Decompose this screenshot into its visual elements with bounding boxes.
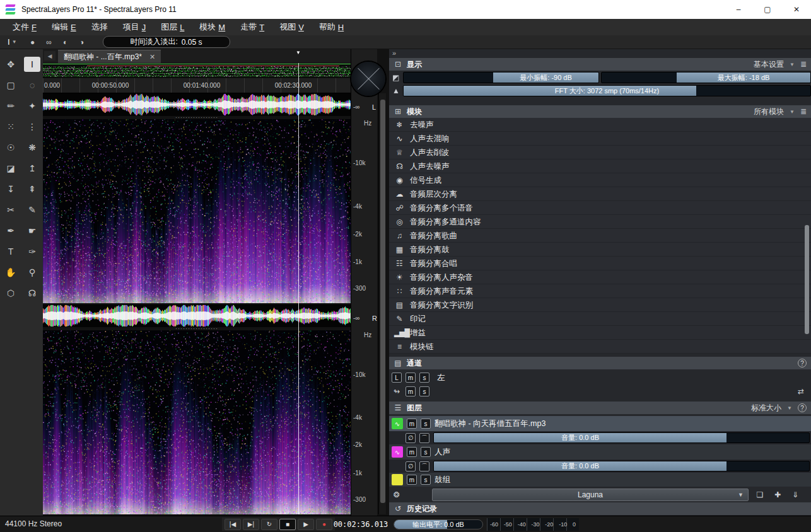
time-display[interactable]: 00:02:36.013 xyxy=(332,519,390,529)
subtract-selection-mode[interactable]: ◐ xyxy=(57,37,74,48)
layer-color-chip[interactable]: ∿ xyxy=(392,446,403,458)
monitor-tool[interactable]: ☊ xyxy=(24,286,40,301)
mute-button[interactable]: m xyxy=(405,386,416,396)
rectangular-selection-tool[interactable]: ▢ xyxy=(3,78,19,93)
minimize-button[interactable]: – xyxy=(724,0,753,19)
module-item[interactable]: ♫音频分离歌曲 xyxy=(389,229,811,243)
layer-row[interactable]: ∿ms翻唱歌神 - 向天再借五百年.mp3 xyxy=(389,416,811,431)
output-level-slider[interactable]: 输出电平: 0.0 dB xyxy=(394,519,483,529)
spectrogram-right[interactable] xyxy=(43,330,351,514)
module-item[interactable]: ❄去噪声 xyxy=(389,118,811,132)
layers-size-dropdown[interactable]: 标准大小 xyxy=(751,403,781,413)
layer-row[interactable]: ms鼓组 xyxy=(389,473,811,487)
preset-add-icon[interactable]: ✚ xyxy=(771,489,784,500)
module-item[interactable]: ♕人声去削波 xyxy=(389,146,811,159)
menu-transport[interactable]: 走带T xyxy=(233,19,272,35)
close-button[interactable]: ✕ xyxy=(782,0,811,19)
time-fade-field[interactable]: 时间淡入淡出: 0.05 s xyxy=(103,36,230,48)
volume-slider[interactable]: 音量: 0.0 dB xyxy=(433,461,810,471)
module-item[interactable]: ☍音频分离多个语音 xyxy=(389,201,811,215)
eraser-tool[interactable]: ◪ xyxy=(3,161,19,176)
tab-close-icon[interactable]: ✕ xyxy=(149,53,155,61)
scrollbar-thumb[interactable] xyxy=(380,100,385,503)
display-menu-icon[interactable]: ≣ xyxy=(800,60,807,69)
preset-download-icon[interactable]: ⇓ xyxy=(789,489,802,500)
dotted-selection-tool[interactable]: ⁙ xyxy=(3,119,19,134)
mute-button[interactable]: m xyxy=(405,373,416,383)
process-preset-dropdown[interactable]: Laguna ▼ xyxy=(432,489,749,501)
menu-project[interactable]: 项目J xyxy=(115,19,154,35)
help-icon[interactable]: ? xyxy=(798,403,807,412)
solo-button[interactable]: s xyxy=(421,419,431,429)
pen-tool[interactable]: ✒ xyxy=(3,223,19,238)
zoom-tool[interactable]: ⚲ xyxy=(24,265,40,280)
fft-size-slider[interactable]: FFT 大小: 3072 smp (70ms/14Hz) xyxy=(403,85,811,96)
menu-select[interactable]: 选择 xyxy=(84,19,115,35)
harmonics-selection-tool[interactable]: ❋ xyxy=(24,140,40,155)
modules-menu-icon[interactable]: ≣ xyxy=(800,107,807,116)
playhead-cursor[interactable] xyxy=(298,63,299,514)
cut-tool[interactable]: ✂ xyxy=(3,202,19,217)
phase-invert-button[interactable]: ∅ xyxy=(405,461,416,471)
record-button[interactable]: ● xyxy=(316,519,332,530)
panel-collapse-icon[interactable]: » xyxy=(392,49,396,57)
lift-tool[interactable]: ↥ xyxy=(24,161,40,176)
lasso-selection-tool[interactable]: ◌ xyxy=(24,78,40,93)
menu-file[interactable]: 文件F xyxy=(5,19,44,35)
modules-section-header[interactable]: ⊞ 模块 所有模块 ▼ ≣ xyxy=(389,105,811,118)
solo-button[interactable]: s xyxy=(421,447,431,457)
solo-button[interactable]: s xyxy=(419,373,429,383)
layers-section-header[interactable]: ☰ 图层 标准大小 ▼ ? xyxy=(389,402,811,414)
display-preset-dropdown[interactable]: 基本设置 xyxy=(754,59,784,70)
transform-tool[interactable]: ✥ xyxy=(3,57,19,72)
playhead-marker-icon[interactable]: ▼ xyxy=(296,50,301,55)
panel-scrollbar-thumb[interactable] xyxy=(805,225,809,334)
max-amplitude-slider[interactable]: 最大振幅: -18 dB xyxy=(601,72,811,83)
module-item[interactable]: ◉信号生成 xyxy=(389,173,811,187)
maximize-button[interactable]: ▢ xyxy=(753,0,782,19)
help-icon[interactable]: ? xyxy=(798,359,807,367)
module-item[interactable]: ∷音频分离声音元素 xyxy=(389,284,811,298)
modules-preset-dropdown[interactable]: 所有模块 xyxy=(754,107,784,117)
module-item[interactable]: ☊人声去噪声 xyxy=(389,159,811,173)
menu-modules[interactable]: 模块M xyxy=(192,19,233,35)
circular-selection-tool[interactable]: ☉ xyxy=(3,140,19,155)
new-selection-mode[interactable]: ● xyxy=(25,37,41,48)
solo-button[interactable]: s xyxy=(421,475,431,485)
layer-row[interactable]: ∿ms人声 xyxy=(389,444,811,460)
magic-wand-tool[interactable]: ✦ xyxy=(24,98,40,113)
time-ruler[interactable]: 0.00000:00:50.00000:01:40.00000:02:30.00… xyxy=(43,78,351,93)
drop-tool[interactable]: ↧ xyxy=(3,182,19,197)
loop-button[interactable]: ↻ xyxy=(261,519,277,530)
play-button[interactable]: ▶ xyxy=(298,519,314,530)
module-item[interactable]: ◎音频分离多通道内容 xyxy=(389,215,811,229)
spectrogram-left[interactable] xyxy=(43,119,351,303)
nudge-tool[interactable]: ☛ xyxy=(24,223,40,238)
io-icon[interactable]: ⇄ xyxy=(796,386,806,396)
mute-button[interactable]: m xyxy=(407,447,417,457)
extract-tool[interactable]: ⇞ xyxy=(24,182,40,197)
layer-color-chip[interactable] xyxy=(392,474,403,485)
envelope-button[interactable]: ⌒ xyxy=(419,461,429,471)
time-selection-tool[interactable]: I xyxy=(24,57,40,72)
brush-selection-tool[interactable]: ✏ xyxy=(3,98,19,113)
history-section-header[interactable]: ↺ 历史记录 xyxy=(389,502,811,515)
mute-button[interactable]: m xyxy=(407,475,417,485)
current-tool-selector[interactable]: I ▼ xyxy=(5,37,20,48)
spectrogram-scrollbar[interactable] xyxy=(378,93,386,514)
pencil-tool[interactable]: ✎ xyxy=(24,202,40,217)
min-amplitude-slider[interactable]: 最小振幅: -90 dB xyxy=(403,72,599,83)
module-item[interactable]: ✎印记 xyxy=(389,312,811,326)
dash-selection-tool[interactable]: ⋮ xyxy=(24,119,40,134)
preset-folder-icon[interactable]: ❏ xyxy=(754,489,766,500)
navigation-wheel[interactable] xyxy=(351,62,385,96)
menu-layer[interactable]: 图层L xyxy=(153,19,192,35)
3d-display-tool[interactable]: ⬡ xyxy=(3,286,19,301)
stop-button[interactable]: ■ xyxy=(279,519,296,530)
envelope-button[interactable]: ⌒ xyxy=(419,433,429,443)
add-selection-mode[interactable]: ∞ xyxy=(41,37,57,48)
module-item[interactable]: ▤音频分离文字识别 xyxy=(389,298,811,312)
channels-section-header[interactable]: ▤ 通道 ? xyxy=(389,357,811,369)
layer-color-chip[interactable]: ∿ xyxy=(392,418,403,429)
hand-tool[interactable]: ✋ xyxy=(3,265,19,280)
